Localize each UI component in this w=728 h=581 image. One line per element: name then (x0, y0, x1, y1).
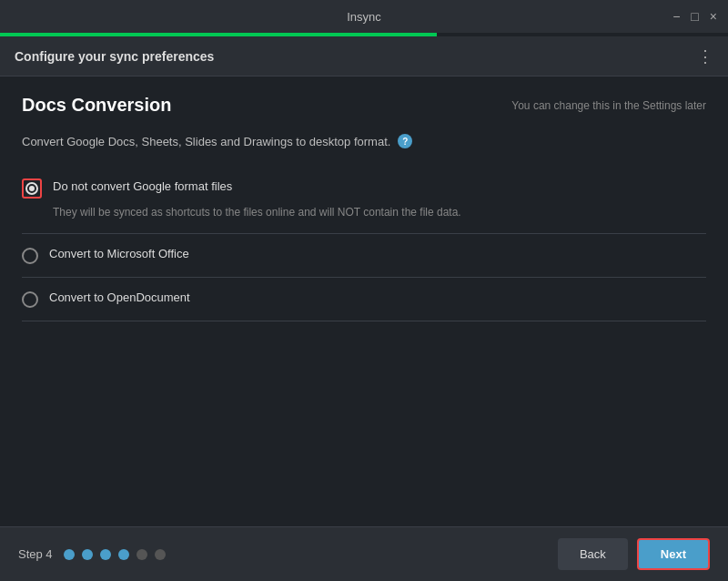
help-icon[interactable]: ? (398, 134, 412, 148)
step-label: Step 4 (18, 547, 53, 561)
back-button[interactable]: Back (558, 538, 628, 570)
progress-fill (0, 33, 437, 36)
radio-selected-box (22, 178, 42, 199)
option-open-doc[interactable]: Convert to OpenDocument (22, 278, 706, 321)
radio-ms-office (22, 248, 38, 264)
maximize-button[interactable]: □ (691, 10, 698, 23)
close-button[interactable]: × (710, 10, 717, 23)
step-dot-4 (118, 549, 129, 560)
main-content: Docs Conversion You can change this in t… (0, 76, 728, 526)
footer-buttons: Back Next (558, 538, 710, 570)
header-bar: Configure your sync preferences ⋮ (0, 36, 728, 76)
option-ms-office[interactable]: Convert to Microsoft Office (22, 234, 706, 278)
option-sublabel-no-convert: They will be synced as shortcuts to the … (22, 204, 706, 220)
option-header-ms-office: Convert to Microsoft Office (22, 247, 706, 264)
radio-selected-dot (29, 186, 35, 191)
header-title: Configure your sync preferences (15, 49, 214, 64)
step-dot-5 (136, 549, 147, 560)
top-progress-bar (0, 33, 728, 36)
step-dot-3 (100, 549, 111, 560)
step-dot-1 (64, 549, 75, 560)
option-label-no-convert: Do not convert Google format files (53, 179, 232, 193)
minimize-button[interactable]: − (672, 10, 680, 23)
footer: Step 4 Back Next (0, 526, 728, 581)
option-label-open-doc: Convert to OpenDocument (49, 290, 190, 304)
app-title: Insync (347, 10, 381, 24)
options-container: Do not convert Google format files They … (22, 167, 706, 321)
step-dot-2 (82, 549, 93, 560)
option-label-ms-office: Convert to Microsoft Office (49, 247, 189, 260)
header-menu-icon[interactable]: ⋮ (697, 46, 713, 66)
radio-open-doc (22, 291, 38, 308)
option-header-open-doc: Convert to OpenDocument (22, 290, 706, 308)
page-title: Docs Conversion (22, 95, 171, 116)
radio-selected-inner (25, 182, 38, 195)
settings-hint: You can change this in the Settings late… (511, 99, 706, 112)
window-controls: − □ × (672, 10, 717, 23)
title-bar: Insync − □ × (0, 0, 728, 33)
description-row: Convert Google Docs, Sheets, Slides and … (22, 134, 706, 148)
option-no-convert[interactable]: Do not convert Google format files They … (22, 167, 706, 234)
next-button[interactable]: Next (637, 538, 710, 570)
option-header-no-convert: Do not convert Google format files (22, 179, 706, 199)
step-indicator: Step 4 (18, 547, 166, 561)
step-dot-6 (155, 549, 166, 560)
description-text: Convert Google Docs, Sheets, Slides and … (22, 135, 390, 148)
page-title-row: Docs Conversion You can change this in t… (22, 95, 706, 116)
